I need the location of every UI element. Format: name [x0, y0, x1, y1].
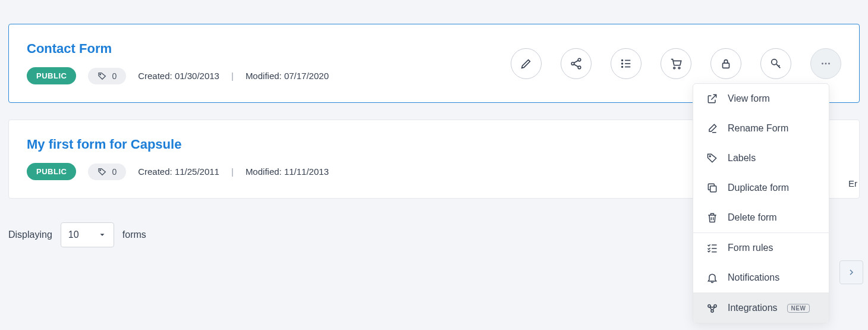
svg-point-4 — [622, 59, 623, 61]
svg-point-15 — [825, 62, 827, 64]
payments-button[interactable] — [661, 48, 691, 79]
menu-label: View form — [728, 93, 770, 104]
svg-point-10 — [674, 67, 675, 68]
bell-icon — [706, 272, 718, 284]
menu-label: Duplicate form — [728, 183, 789, 193]
svg-point-18 — [709, 156, 710, 157]
tag-count: 0 — [112, 167, 117, 177]
checklist-icon — [706, 242, 718, 254]
menu-duplicate[interactable]: Duplicate form — [693, 173, 829, 203]
list-icon — [619, 57, 633, 70]
more-button[interactable] — [810, 48, 841, 79]
more-icon — [819, 57, 832, 70]
modified-date: Modified: 07/17/2020 — [246, 71, 329, 81]
truncated-text: Er — [848, 178, 857, 188]
page-size-value: 10 — [68, 230, 79, 240]
svg-point-0 — [100, 74, 101, 75]
svg-point-5 — [622, 63, 623, 64]
status-badge: PUBLIC — [27, 67, 76, 84]
tag-count-badge[interactable]: 0 — [88, 68, 126, 84]
share-button[interactable] — [561, 48, 592, 79]
created-date: Created: 11/25/2011 — [138, 166, 219, 177]
menu-label: Integrations — [728, 303, 778, 313]
svg-point-16 — [828, 62, 830, 64]
svg-point-13 — [772, 59, 777, 64]
modified-date: Modified: 11/11/2013 — [246, 166, 329, 177]
duplicate-icon — [706, 182, 718, 194]
integrations-icon — [706, 302, 718, 314]
security-button[interactable] — [710, 48, 741, 79]
menu-view-form[interactable]: View form — [693, 84, 829, 114]
tag-icon — [98, 167, 107, 177]
svg-point-1 — [578, 58, 581, 61]
new-badge: NEW — [787, 304, 810, 313]
svg-rect-12 — [723, 63, 729, 68]
menu-label: Form rules — [728, 243, 773, 253]
menu-label: Notifications — [728, 272, 779, 283]
pencil-icon — [520, 57, 533, 70]
trash-icon — [706, 212, 718, 224]
svg-point-14 — [822, 62, 823, 64]
form-actions — [511, 48, 841, 79]
menu-form-rules[interactable]: Form rules — [693, 233, 829, 263]
meta-divider: | — [231, 71, 234, 81]
created-date: Created: 01/30/2013 — [138, 71, 219, 81]
menu-label: Delete form — [728, 212, 777, 223]
edit-icon — [706, 122, 718, 134]
menu-delete[interactable]: Delete form — [693, 203, 829, 232]
tag-icon — [706, 152, 718, 164]
edit-button[interactable] — [511, 48, 542, 79]
menu-label: Labels — [728, 153, 756, 164]
share-icon — [570, 57, 583, 70]
key-icon — [769, 57, 782, 70]
tag-count-badge[interactable]: 0 — [88, 164, 126, 180]
lock-icon — [719, 57, 732, 70]
cart-icon — [669, 57, 683, 70]
forms-label: forms — [122, 230, 146, 240]
next-page-button[interactable] — [839, 260, 863, 284]
page-size-select[interactable]: 10 — [61, 222, 114, 247]
search-button[interactable] — [760, 48, 791, 79]
external-link-icon — [706, 93, 718, 105]
svg-point-2 — [571, 62, 574, 65]
menu-rename-form[interactable]: Rename Form — [693, 114, 829, 143]
caret-down-icon — [98, 231, 106, 239]
displaying-label: Displaying — [8, 230, 52, 240]
meta-divider: | — [231, 166, 234, 177]
svg-point-3 — [578, 66, 581, 69]
menu-labels[interactable]: Labels — [693, 143, 829, 173]
more-menu: View form Rename Form Labels Duplicate f… — [693, 83, 829, 323]
tag-icon — [98, 71, 107, 81]
svg-point-11 — [678, 67, 680, 68]
status-badge: PUBLIC — [27, 163, 76, 180]
svg-rect-19 — [710, 186, 716, 192]
menu-notifications[interactable]: Notifications — [693, 263, 829, 293]
entries-button[interactable] — [611, 48, 641, 79]
tag-count: 0 — [112, 71, 117, 81]
chevron-right-icon — [847, 268, 856, 277]
svg-point-17 — [100, 169, 101, 171]
menu-integrations[interactable]: Integrations NEW — [693, 293, 829, 323]
svg-point-6 — [622, 66, 623, 67]
menu-label: Rename Form — [728, 123, 788, 134]
